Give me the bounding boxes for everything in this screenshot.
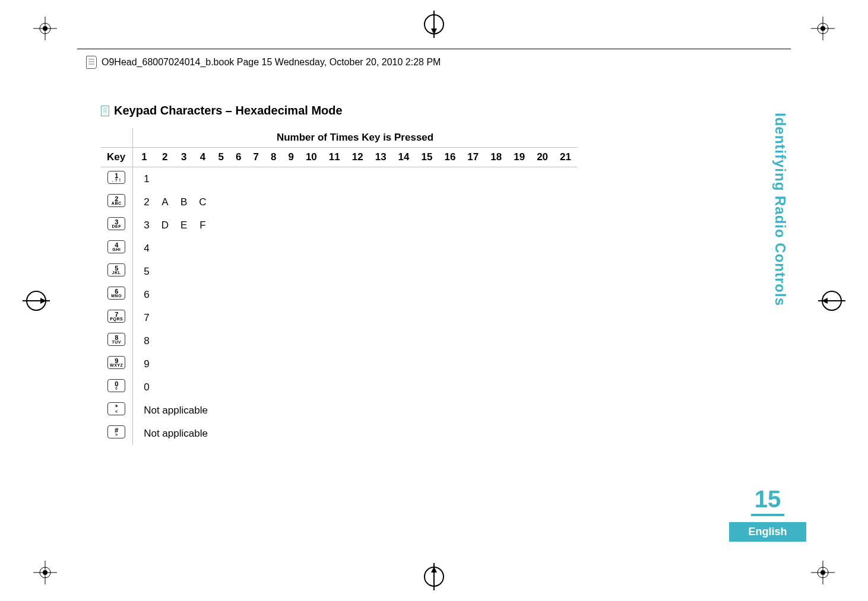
table-cell (461, 329, 484, 352)
table-cell (531, 214, 554, 237)
table-cell (282, 306, 299, 329)
table-cell (554, 306, 577, 329)
table-cell (416, 260, 439, 283)
crop-arrow-icon (818, 287, 845, 314)
table-cell (282, 237, 299, 260)
table-cell (531, 260, 554, 283)
table-cell (213, 214, 230, 237)
table-cell (265, 283, 282, 306)
table-cell (265, 306, 282, 329)
keycap-cell: 2ABC (101, 190, 133, 214)
keycap-icon: 6MNO (107, 287, 125, 300)
table-col-header: 20 (531, 148, 554, 167)
table-row: 9WXYZ9 (101, 352, 577, 376)
table-cell: 1 (133, 167, 156, 191)
table-cell (300, 306, 323, 329)
table-cell (175, 352, 193, 376)
keycap-cell: 0◊ (101, 376, 133, 399)
table-cell (438, 329, 461, 352)
section-heading-text: Keypad Characters – Hexadecimal Mode (114, 104, 343, 117)
table-cell (193, 260, 212, 283)
table-cell (300, 352, 323, 376)
table-col-header: 16 (438, 148, 461, 167)
table-cell (213, 190, 230, 214)
table-cell (213, 329, 230, 352)
table-col-header: 3 (175, 148, 193, 167)
table-cell (282, 167, 299, 191)
table-cell (461, 376, 484, 399)
table-cell (369, 190, 392, 214)
table-row: 2ABC2ABC (101, 190, 577, 214)
table-cell (531, 283, 554, 306)
table-cell: C (193, 190, 212, 214)
table-col-header: 15 (416, 148, 439, 167)
table-cell (248, 283, 265, 306)
table-cell (323, 283, 346, 306)
table-cell (461, 306, 484, 329)
table-cell (282, 376, 299, 399)
table-cell (531, 167, 554, 191)
table-cell (323, 237, 346, 260)
table-row: 1. ? !1 (101, 167, 577, 191)
table-cell (416, 283, 439, 306)
table-cell (230, 167, 247, 191)
table-cell (554, 190, 577, 214)
table-cell (323, 214, 346, 237)
table-cell (323, 306, 346, 329)
table-cell (193, 283, 212, 306)
table-cell (193, 167, 212, 191)
table-cell (438, 214, 461, 237)
table-cell (484, 376, 508, 399)
table-cell (193, 306, 212, 329)
table-cell: A (156, 190, 175, 214)
keycap-icon: *< (107, 402, 125, 415)
table-cell (484, 306, 508, 329)
table-cell (156, 283, 175, 306)
table-cell (416, 306, 439, 329)
table-cell (438, 260, 461, 283)
table-cell (438, 352, 461, 376)
registration-mark-icon (33, 17, 57, 40)
table-cell (416, 214, 439, 237)
table-cell (230, 214, 247, 237)
page-footer: 15 English (747, 486, 788, 542)
table-cell: 6 (133, 283, 156, 306)
table-cell (323, 352, 346, 376)
table-cell (346, 283, 369, 306)
table-col-header: 12 (346, 148, 369, 167)
table-cell (531, 376, 554, 399)
table-cell (508, 260, 531, 283)
page-language: English (729, 522, 806, 542)
keycap-icon: 2ABC (107, 194, 125, 207)
table-cell: 8 (133, 329, 156, 352)
table-cell (392, 376, 416, 399)
table-cell (300, 167, 323, 191)
table-cell (508, 283, 531, 306)
book-icon (86, 56, 97, 69)
table-cell (248, 376, 265, 399)
table-cell (484, 237, 508, 260)
table-row: #>Not applicable (101, 422, 577, 445)
table-cell (346, 237, 369, 260)
table-col-header: 2 (156, 148, 175, 167)
table-cell: 9 (133, 352, 156, 376)
registration-mark-icon (33, 561, 57, 584)
table-cell (346, 376, 369, 399)
table-cell (346, 167, 369, 191)
table-cell (369, 376, 392, 399)
keycap-cell: 1. ? ! (101, 167, 133, 191)
table-cell (438, 283, 461, 306)
keycap-cell: 6MNO (101, 283, 133, 306)
table-cell (248, 167, 265, 191)
table-cell: B (175, 190, 193, 214)
keycap-cell: *< (101, 399, 133, 422)
table-cell (230, 190, 247, 214)
keycap-icon: 3DEF (107, 217, 125, 230)
table-cell (265, 352, 282, 376)
table-cell-full: Not applicable (133, 422, 577, 445)
table-cell (300, 190, 323, 214)
table-cell (282, 329, 299, 352)
table-cell: F (193, 214, 212, 237)
table-col-header: 4 (193, 148, 212, 167)
table-cell (230, 352, 247, 376)
